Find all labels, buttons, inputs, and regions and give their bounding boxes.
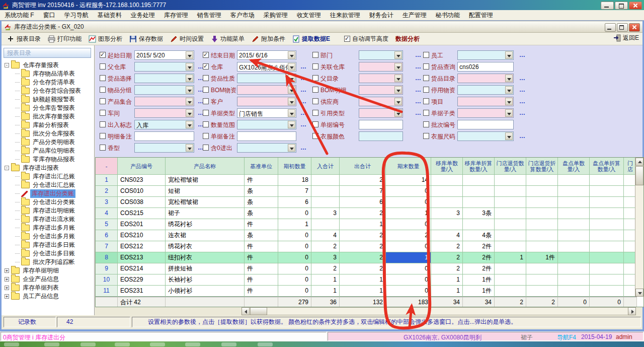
data-analysis-button[interactable]: 数据分析 (392, 33, 423, 44)
table-cell[interactable] (311, 175, 340, 186)
table-cell[interactable] (495, 241, 526, 252)
table-cell[interactable] (495, 263, 526, 274)
table-cell[interactable]: 2 (431, 241, 463, 252)
more-options-button[interactable]: … (519, 98, 526, 105)
table-cell[interactable]: 1 (311, 286, 340, 297)
filter-dropdown[interactable] (359, 108, 403, 118)
tree-expander-icon[interactable]: - (5, 63, 9, 67)
filter-checkbox[interactable] (203, 110, 209, 116)
table-cell[interactable] (311, 197, 340, 208)
chart-analysis-button[interactable]: 图形分析 (85, 33, 126, 44)
table-cell[interactable]: 0 (278, 208, 311, 219)
horizontal-scrollbar[interactable] (242, 307, 636, 315)
dropdown-arrow-button[interactable] (186, 144, 193, 152)
tree-item[interactable]: 批次序列追踪帐 (2, 258, 75, 266)
filter-checkbox[interactable] (203, 145, 209, 151)
dropdown-arrow-button[interactable] (288, 86, 295, 94)
table-cell[interactable]: 4 (431, 230, 463, 241)
filter-dropdown[interactable]: 门店销售 (237, 108, 296, 118)
table-cell[interactable]: 6 (340, 197, 386, 208)
table-cell[interactable]: 1件 (463, 286, 495, 297)
more-options-button[interactable]: … (300, 98, 307, 105)
table-cell[interactable] (311, 219, 340, 230)
more-options-button[interactable]: … (300, 144, 307, 151)
filter-checkbox[interactable] (203, 98, 209, 104)
filter-checkbox[interactable] (100, 121, 106, 127)
filter-checkbox[interactable] (100, 145, 106, 151)
table-cell[interactable]: 1 (96, 175, 118, 186)
column-header[interactable]: 产品名称 (166, 158, 245, 175)
table-row[interactable]: 7EOS212绣花衬衣件022022件 (96, 241, 636, 252)
table-cell[interactable]: 3 (431, 208, 463, 219)
filter-checkbox[interactable] (423, 98, 429, 104)
filter-input[interactable] (359, 131, 403, 141)
table-cell[interactable]: 件 (245, 252, 278, 263)
table-cell[interactable]: 0 (278, 241, 311, 252)
filter-dropdown[interactable] (134, 108, 194, 118)
table-cell[interactable]: 2 (340, 208, 386, 219)
tree-item[interactable]: 库存进出明细账 (2, 206, 75, 215)
filter-checkbox[interactable] (100, 133, 106, 139)
table-cell[interactable]: EOS229 (118, 274, 166, 286)
table-cell[interactable] (558, 252, 590, 263)
table-cell[interactable]: 裙子 (166, 208, 245, 219)
table-cell[interactable] (526, 274, 558, 286)
table-cell[interactable]: 2件 (463, 241, 495, 252)
table-cell[interactable] (526, 241, 558, 252)
dropdown-arrow-button[interactable] (288, 144, 295, 152)
table-cell[interactable]: 小领衬衫 (166, 286, 245, 297)
table-cell[interactable]: 件 (245, 263, 278, 274)
tree-expander-icon[interactable]: - (5, 166, 9, 170)
filter-dropdown[interactable] (457, 50, 514, 60)
dropdown-arrow-button[interactable] (394, 98, 402, 105)
auto-height-toggle[interactable]: 自动调节高度 (341, 33, 392, 44)
table-cell[interactable]: 0 (278, 286, 311, 297)
table-cell[interactable] (431, 175, 463, 186)
filter-dropdown[interactable] (457, 85, 514, 95)
table-cell[interactable]: 0 (278, 252, 311, 263)
more-options-button[interactable]: … (519, 51, 526, 58)
table-cell[interactable]: 2 (340, 252, 386, 263)
filter-dropdown[interactable] (237, 97, 296, 106)
more-options-button[interactable]: … (300, 63, 307, 70)
table-cell[interactable]: 0 (386, 197, 431, 208)
table-cell[interactable]: 3 (96, 197, 118, 208)
filter-checkbox[interactable] (100, 75, 106, 81)
more-options-button[interactable]: … (415, 86, 422, 93)
scroll-right-button[interactable] (628, 307, 636, 315)
table-cell[interactable]: 条 (245, 186, 278, 197)
close-button[interactable] (629, 2, 642, 10)
filter-checkbox[interactable] (312, 98, 318, 104)
table-cell[interactable]: 2 (311, 263, 340, 274)
back-button[interactable]: 返回E (613, 34, 639, 42)
table-cell[interactable]: 2 (431, 263, 463, 274)
table-cell[interactable]: 0 (278, 274, 311, 286)
dropdown-arrow-button[interactable] (505, 109, 513, 117)
tree-item[interactable]: 库龄分析报表 (2, 121, 69, 129)
table-cell[interactable]: 3 (311, 252, 340, 263)
dropdown-arrow-button[interactable] (186, 98, 193, 105)
table-cell[interactable]: 绣花衬衣 (166, 241, 245, 252)
table-cell[interactable]: 0 (386, 263, 431, 274)
table-cell[interactable]: 条 (245, 197, 278, 208)
table-cell[interactable]: 宽松褶皱裙 (166, 175, 245, 186)
more-options-button[interactable]: … (415, 51, 422, 58)
column-header[interactable]: 盘点单数量/入 (558, 158, 590, 175)
menu-item[interactable]: 基础资料 (93, 10, 126, 20)
menu-item[interactable]: 销售管理 (193, 10, 226, 20)
filter-checkbox[interactable] (203, 63, 209, 70)
table-cell[interactable]: 绣花衬衫 (166, 219, 245, 230)
table-cell[interactable]: CNS023 (118, 175, 166, 186)
table-cell[interactable]: 1 (278, 219, 311, 230)
tree-item[interactable]: 分仓存货清单表 (2, 78, 75, 87)
table-cell[interactable]: 1 (431, 274, 463, 286)
scroll-left-button[interactable] (242, 307, 250, 315)
table-cell[interactable]: 7 (278, 186, 311, 197)
filter-dropdown[interactable] (237, 85, 296, 95)
dropdown-arrow-button[interactable] (288, 51, 295, 59)
menu-item[interactable]: 窗口 (39, 10, 60, 20)
table-cell[interactable]: 件 (245, 219, 278, 230)
table-cell[interactable]: 0 (386, 241, 431, 252)
table-cell[interactable] (495, 208, 526, 219)
table-cell[interactable]: 条 (245, 230, 278, 241)
